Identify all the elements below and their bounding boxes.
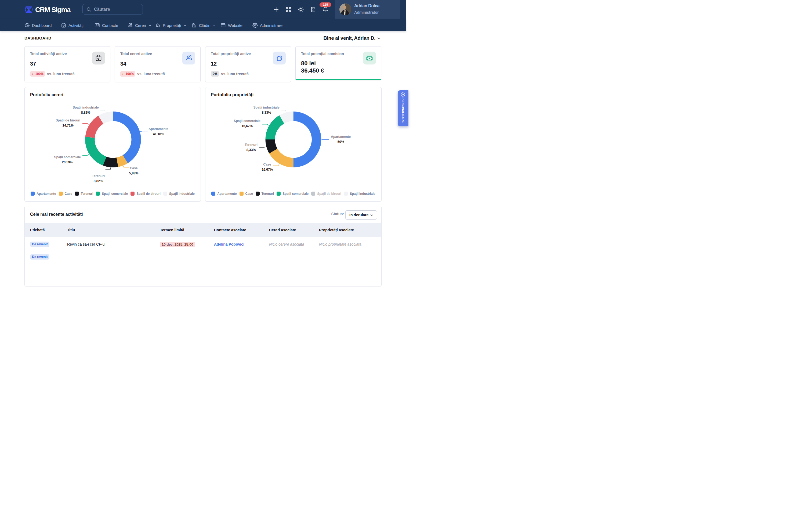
svg-text:Case: Case bbox=[263, 163, 271, 166]
svg-text:Apartamente: Apartamente bbox=[149, 127, 168, 131]
svg-text:8,33%: 8,33% bbox=[262, 111, 271, 114]
svg-text:16,67%: 16,67% bbox=[241, 124, 252, 128]
svg-text:Spații comerciale: Spații comerciale bbox=[54, 155, 81, 159]
svg-text:8,33%: 8,33% bbox=[246, 148, 256, 152]
svg-text:14,71%: 14,71% bbox=[62, 123, 73, 128]
svg-text:41,18%: 41,18% bbox=[153, 132, 164, 136]
svg-text:Spații comerciale: Spații comerciale bbox=[234, 119, 261, 123]
svg-text:Apartamente: Apartamente bbox=[331, 135, 351, 139]
svg-text:5,88%: 5,88% bbox=[129, 171, 139, 175]
svg-text:8,82%: 8,82% bbox=[94, 179, 103, 183]
svg-text:Terenuri: Terenuri bbox=[92, 174, 105, 178]
svg-text:50%: 50% bbox=[337, 140, 344, 144]
svg-text:Terenuri: Terenuri bbox=[245, 143, 258, 147]
svg-text:Spații industriale: Spații industriale bbox=[72, 106, 98, 109]
svg-text:Spații industriale: Spații industriale bbox=[253, 106, 279, 109]
svg-text:8,82%: 8,82% bbox=[81, 111, 90, 114]
svg-text:20,59%: 20,59% bbox=[62, 161, 73, 164]
svg-text:Case: Case bbox=[130, 166, 138, 170]
svg-text:Spații de birouri: Spații de birouri bbox=[56, 118, 80, 122]
svg-text:16,67%: 16,67% bbox=[262, 168, 273, 171]
